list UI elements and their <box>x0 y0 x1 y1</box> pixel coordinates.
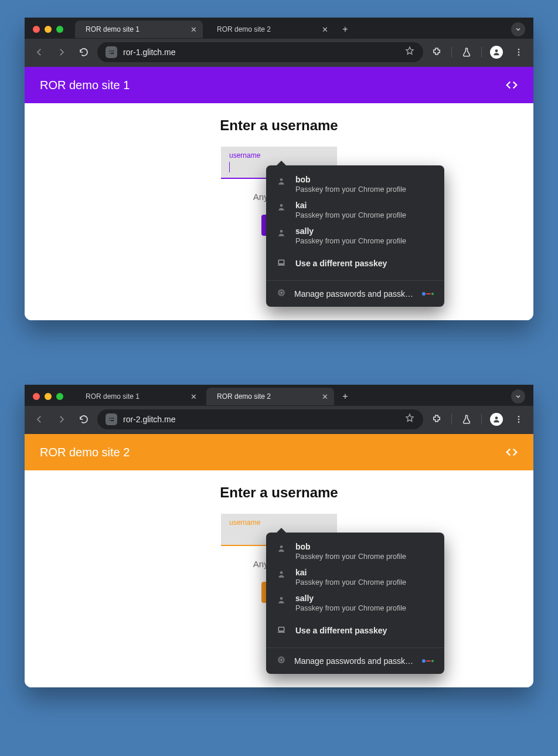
passkey-source: Passkey from your Chrome profile <box>295 604 406 612</box>
bookmark-star-icon[interactable] <box>404 413 415 426</box>
browser-window: ROR demo site 1 ✕ ROR demo site 2 ✕ + <box>25 385 533 687</box>
field-label: username <box>229 518 329 527</box>
tab-title: ROR demo site 1 <box>86 25 186 33</box>
svg-point-12 <box>280 291 282 293</box>
svg-point-15 <box>495 416 498 419</box>
code-icon[interactable] <box>505 446 518 459</box>
forward-button[interactable] <box>53 43 70 61</box>
passkey-suggestion[interactable]: bob Passkey from your Chrome profile <box>266 538 444 564</box>
passkey-suggestion[interactable]: bob Passkey from your Chrome profile <box>266 171 444 197</box>
chrome-menu-button[interactable] <box>510 411 528 428</box>
tab-title: ROR demo site 2 <box>217 392 317 401</box>
passkey-suggestion[interactable]: kai Passkey from your Chrome profile <box>266 197 444 223</box>
close-window-button[interactable] <box>33 393 40 400</box>
passkey-user-icon <box>277 177 287 188</box>
url-text: ror-2.glitch.me <box>123 415 399 424</box>
manage-passwords-button[interactable]: Manage passwords and passkeys… <box>266 647 444 674</box>
url-text: ror-1.glitch.me <box>123 48 399 57</box>
passkey-name: bob <box>295 175 406 184</box>
new-tab-button[interactable]: + <box>338 389 353 404</box>
address-bar[interactable]: ror-2.glitch.me <box>97 409 423 429</box>
profile-button[interactable] <box>488 411 505 428</box>
chrome-icon <box>277 288 286 300</box>
tab-overflow-button[interactable] <box>511 389 525 404</box>
browser-toolbar: ror-1.glitch.me <box>25 39 533 67</box>
site-settings-icon[interactable] <box>106 413 117 425</box>
svg-point-17 <box>518 419 520 421</box>
passkey-source: Passkey from your Chrome profile <box>295 185 406 194</box>
app-title: ROR demo site 2 <box>40 446 130 459</box>
back-button[interactable] <box>30 411 48 428</box>
forward-button[interactable] <box>53 411 70 428</box>
site-settings-icon[interactable] <box>106 46 117 58</box>
app-header: ROR demo site 2 <box>25 434 533 470</box>
tab-title: ROR demo site 2 <box>217 25 317 33</box>
passkey-source: Passkey from your Chrome profile <box>295 211 406 219</box>
passkey-suggestion[interactable]: sally Passkey from your Chrome profile <box>266 223 444 249</box>
passkey-user-icon <box>277 595 287 607</box>
passkey-name: kai <box>295 568 406 577</box>
passkey-popup: bob Passkey from your Chrome profile kai… <box>266 165 444 307</box>
tab-close-button[interactable]: ✕ <box>322 26 328 33</box>
chrome-menu-button[interactable] <box>510 43 528 61</box>
page-heading: Enter a username <box>25 484 533 501</box>
labs-button[interactable] <box>458 43 475 61</box>
profile-button[interactable] <box>488 43 505 61</box>
tab-overflow-button[interactable] <box>511 22 525 36</box>
svg-rect-22 <box>278 627 284 631</box>
passkey-user-icon <box>277 202 287 214</box>
app-title: ROR demo site 1 <box>40 79 130 92</box>
svg-point-25 <box>280 659 282 660</box>
browser-tab[interactable]: ROR demo site 1 ✕ <box>75 21 203 38</box>
bookmark-star-icon[interactable] <box>404 46 415 59</box>
minimize-window-button[interactable] <box>45 393 52 400</box>
window-controls[interactable] <box>33 26 63 33</box>
window-controls[interactable] <box>33 393 63 400</box>
browser-tab[interactable]: ROR demo site 1 ✕ <box>75 388 203 405</box>
passkey-suggestion[interactable]: kai Passkey from your Chrome profile <box>266 564 444 590</box>
svg-point-19 <box>280 545 283 548</box>
tab-title: ROR demo site 1 <box>86 392 186 401</box>
svg-point-2 <box>495 49 498 52</box>
use-different-passkey-button[interactable]: Use a different passkey <box>266 616 444 644</box>
new-tab-button[interactable]: + <box>338 22 353 37</box>
code-icon[interactable] <box>505 79 518 91</box>
labs-button[interactable] <box>458 411 475 428</box>
extensions-button[interactable] <box>428 43 445 61</box>
close-window-button[interactable] <box>33 26 40 33</box>
svg-point-6 <box>280 178 283 181</box>
passkey-user-icon <box>277 544 287 555</box>
chrome-icon <box>277 655 286 667</box>
address-bar[interactable]: ror-1.glitch.me <box>97 42 423 62</box>
laptop-icon <box>277 258 287 270</box>
tab-close-button[interactable]: ✕ <box>322 393 328 401</box>
passkey-suggestion[interactable]: sally Passkey from your Chrome profile <box>266 590 444 616</box>
svg-point-21 <box>280 597 283 600</box>
back-button[interactable] <box>30 43 48 61</box>
manage-passwords-button[interactable]: Manage passwords and passkeys… <box>266 280 444 307</box>
tab-close-button[interactable]: ✕ <box>190 26 197 33</box>
svg-point-4 <box>518 52 520 53</box>
svg-point-8 <box>280 230 283 233</box>
use-different-passkey-button[interactable]: Use a different passkey <box>266 249 444 277</box>
passkey-source: Passkey from your Chrome profile <box>295 237 406 245</box>
maximize-window-button[interactable] <box>56 26 63 33</box>
browser-toolbar: ror-2.glitch.me <box>25 406 533 434</box>
svg-rect-9 <box>278 260 284 264</box>
svg-point-16 <box>518 416 520 418</box>
reload-button[interactable] <box>75 43 93 61</box>
passkey-name: bob <box>295 542 406 551</box>
laptop-icon <box>277 625 287 637</box>
reload-button[interactable] <box>75 411 93 428</box>
maximize-window-button[interactable] <box>56 393 63 400</box>
tab-strip: ROR demo site 1 ✕ ROR demo site 2 ✕ + <box>25 385 533 406</box>
minimize-window-button[interactable] <box>45 26 52 33</box>
key-icon <box>422 659 434 663</box>
extensions-button[interactable] <box>428 411 445 428</box>
browser-tab[interactable]: ROR demo site 2 ✕ <box>206 21 334 38</box>
svg-point-20 <box>280 571 283 574</box>
app-header: ROR demo site 1 <box>25 67 533 103</box>
browser-tab[interactable]: ROR demo site 2 ✕ <box>206 388 334 405</box>
tab-close-button[interactable]: ✕ <box>190 393 197 401</box>
tab-strip: ROR demo site 1 ✕ ROR demo site 2 ✕ + <box>25 18 533 39</box>
